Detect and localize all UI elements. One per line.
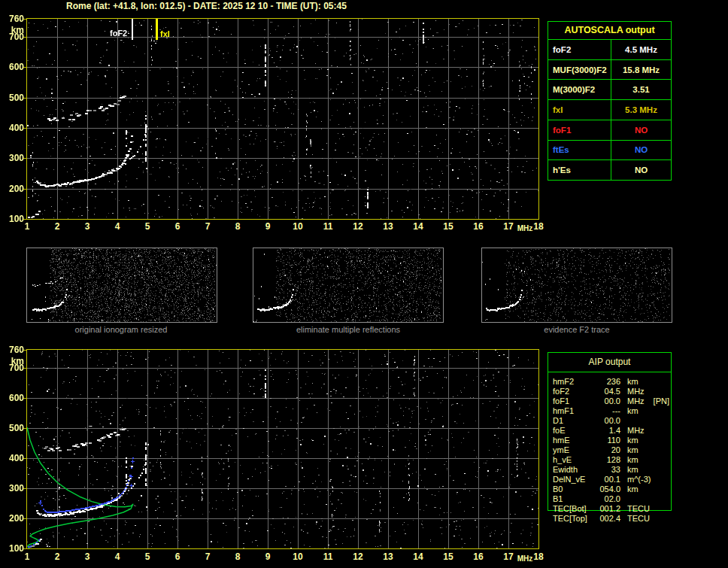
- thumbnail-caption-1: original ionogram resized: [26, 325, 216, 334]
- y-axis-unit-label: km: [5, 25, 24, 35]
- x-tick-label: 4: [108, 221, 126, 232]
- aip-field-value: 054.0: [596, 484, 620, 494]
- aip-parameter-list: hmF2236kmfoF204.5MHzfoF100.0MHz[PN]hmF1-…: [553, 377, 684, 524]
- parameter-value: 15.8 MHz: [611, 60, 671, 80]
- aip-field-label: Ewidth: [553, 465, 596, 475]
- x-tick-label: 10: [289, 551, 307, 562]
- x-tick-label: 10: [289, 221, 307, 232]
- autoscala-row-fxi: fxI5.3 MHz: [548, 99, 671, 120]
- aip-field-unit: km: [627, 377, 639, 387]
- autoscala-table-rows: foF24.5 MHzMUF(3000)F215.8 MHzM(3000)F23…: [548, 39, 671, 180]
- autoscala-row-fof2: foF24.5 MHz: [548, 39, 671, 59]
- aip-field-unit: km: [627, 484, 639, 494]
- x-tick-label: 3: [78, 551, 96, 562]
- parameter-value: NO: [611, 120, 671, 140]
- x-tick-label: 6: [168, 551, 187, 562]
- autoscala-table-title: AUTOSCALA output: [548, 22, 671, 39]
- x-tick-label: 14: [409, 221, 427, 232]
- aip-field-note: [PN]: [654, 396, 669, 406]
- bottom-ionogram-canvas: [26, 349, 539, 549]
- aip-field-label: D1: [553, 416, 596, 426]
- aip-field-label: foF2: [553, 387, 596, 396]
- x-tick-label: 5: [138, 551, 156, 562]
- aip-row-ewidth: Ewidth33km: [553, 465, 684, 475]
- aip-field-value: 00.0: [596, 396, 620, 406]
- aip-field-unit: MHz: [627, 396, 645, 406]
- y-tick-mark: [23, 548, 26, 549]
- aip-row-d1: D100.0: [553, 416, 684, 426]
- y-tick-label: 300: [2, 153, 24, 163]
- x-tick-label: 16: [469, 551, 487, 562]
- x-tick-label: 12: [349, 551, 367, 562]
- y-tick-label: 500: [2, 423, 24, 433]
- parameter-name: foF2: [548, 40, 611, 59]
- x-tick-label: 11: [319, 551, 337, 562]
- x-tick-label: 15: [439, 551, 457, 562]
- parameter-name: ftEs: [548, 141, 611, 160]
- foF2-marker-label: foF2: [110, 29, 127, 38]
- parameter-name: M(3000)F2: [548, 80, 611, 99]
- aip-field-value: ---: [596, 406, 620, 416]
- aip-field-label: TEC[Top]: [553, 514, 596, 524]
- y-tick-mark: [23, 158, 26, 159]
- aip-field-label: ymE: [553, 445, 596, 455]
- x-tick-label: 6: [168, 221, 187, 232]
- autoscala-row-fof1: foF1NO: [548, 120, 671, 140]
- thumbnail-caption-2: eliminate multiple reflections: [253, 325, 443, 334]
- y-tick-mark: [23, 488, 26, 489]
- aip-field-value: 00.1: [596, 475, 620, 484]
- aip-field-label: DelN_vE: [553, 475, 596, 484]
- aip-field-value: 33: [596, 465, 620, 475]
- thumbnail-evidence-f2-trace: [481, 248, 672, 323]
- aip-row-delnve: DelN_vE00.1m^(-3): [553, 475, 684, 484]
- x-tick-label: 12: [349, 221, 367, 232]
- y-tick-mark: [23, 189, 26, 190]
- autoscala-row-hes: h'EsNO: [548, 159, 671, 180]
- aip-field-value: 110: [596, 436, 620, 445]
- aip-field-label: B1: [553, 494, 596, 504]
- x-tick-label: 1: [18, 221, 36, 232]
- aip-row-tecbot: TEC[Bot]001.2TECU: [553, 504, 684, 514]
- x-tick-label: 3: [78, 221, 96, 232]
- x-tick-label: 8: [229, 551, 247, 562]
- parameter-value: NO: [611, 141, 671, 160]
- aip-field-value: 236: [596, 377, 620, 387]
- thumbnail-caption-3: evidence F2 trace: [482, 325, 672, 334]
- aip-field-label: hmF2: [553, 377, 596, 387]
- y-axis-unit-label: km: [5, 356, 24, 366]
- y-tick-label: 600: [2, 62, 24, 72]
- aip-field-value: 04.5: [596, 387, 620, 396]
- aip-row-b0: B0054.0km: [553, 484, 684, 494]
- autoscala-row-m3000f2: M(3000)F23.51: [548, 79, 671, 99]
- x-tick-label: 7: [199, 221, 217, 232]
- y-tick-mark: [23, 37, 26, 38]
- parameter-value: 5.3 MHz: [611, 100, 671, 120]
- aip-field-unit: m^(-3): [627, 475, 651, 484]
- parameter-name: h'Es: [548, 160, 611, 180]
- x-tick-label: 13: [379, 551, 397, 562]
- aip-field-value: 001.2: [596, 504, 620, 514]
- aip-field-label: B0: [553, 484, 596, 494]
- y-tick-mark: [23, 219, 26, 220]
- aip-row-hmf1: hmF1---km: [553, 406, 684, 416]
- y-tick-label: 500: [2, 93, 24, 103]
- aip-field-label: h_vE: [553, 455, 596, 465]
- aip-row-fof2: foF204.5MHz: [553, 387, 684, 396]
- x-tick-label: 7: [199, 551, 217, 562]
- x-tick-label: 1: [18, 551, 36, 562]
- aip-field-unit: km: [627, 436, 639, 445]
- aip-field-value: 128: [596, 455, 620, 465]
- y-tick-label: 760: [2, 14, 24, 24]
- y-tick-label: 300: [2, 483, 24, 494]
- aip-field-value: 02.0: [596, 494, 620, 504]
- x-tick-label: 9: [259, 221, 277, 232]
- aip-field-unit: km: [627, 465, 639, 475]
- x-tick-label: 4: [108, 551, 126, 562]
- thumbnail-original-ionogram: [26, 248, 217, 323]
- thumbnail-eliminate-reflections: [253, 248, 444, 323]
- autoscala-output-table: AUTOSCALA output foF24.5 MHzMUF(3000)F21…: [548, 21, 672, 181]
- aip-field-value: 20: [596, 445, 620, 455]
- y-tick-mark: [23, 428, 26, 429]
- y-tick-mark: [23, 368, 26, 369]
- y-tick-mark: [23, 19, 26, 20]
